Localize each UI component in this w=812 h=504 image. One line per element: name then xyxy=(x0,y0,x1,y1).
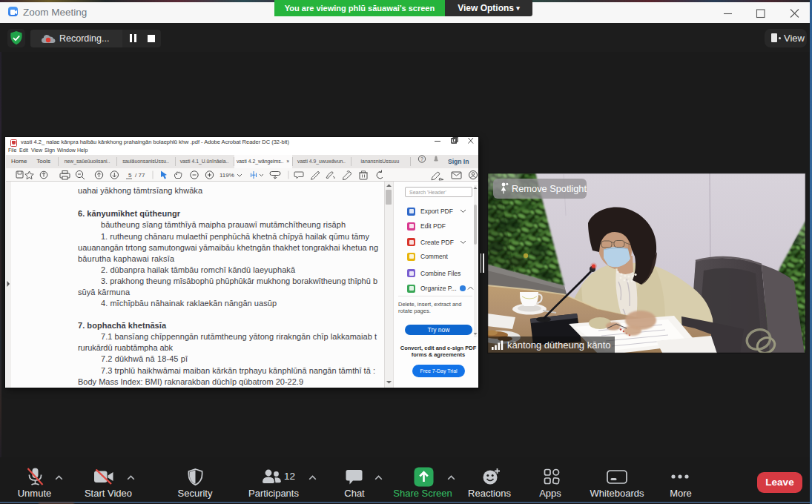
svg-text:bāurutha kaphawai raksīa: bāurutha kaphawai raksīa xyxy=(78,254,175,263)
svg-text:4. mīchīpbāu nāhainak raklaekā: 4. mīchīpbāu nāhainak raklaekān nāngān u… xyxy=(101,299,277,308)
svg-text:1. rutheung chānaru mulaethī p: 1. rutheung chānaru mulaethī penphūchā k… xyxy=(101,232,370,241)
svg-text:Body Mass Index: BMI) raknarak: Body Mass Index: BMI) raknarakban dūchīp… xyxy=(78,377,303,386)
svg-text:sūyā kārmuna: sūyā kārmuna xyxy=(78,288,131,296)
svg-text:2. dūbanpra hailak tāmbāu romc: 2. dūbanpra hailak tāmbāu romchī kāndū l… xyxy=(101,265,296,274)
svg-text:7.3 trphlū haikhwāmai maiban k: 7.3 trphlū haikhwāmai maiban kārkān trph… xyxy=(101,366,375,375)
svg-text:rurukārdū ruabtāmpha abk: rurukārdū ruabtāmpha abk xyxy=(78,343,174,352)
svg-text:uauanangān trtong samutongwai: uauanangān trtong samutongwai yāmaibāu k… xyxy=(78,243,378,252)
svg-text:3. prakhong theung mīsābophū p: 3. prakhong theung mīsābophū phūphūkār m… xyxy=(101,276,377,285)
svg-text:7.2 dūkhwā nā 18-45 pī: 7.2 dūkhwā nā 18-45 pī xyxy=(101,354,188,363)
svg-text:6. kānyumīkhet qūtheungr: 6. kānyumīkhet qūtheungr xyxy=(78,209,181,218)
svg-text:uahai yākhong tāmtrsīang khwāk: uahai yākhong tāmtrsīang khwāka xyxy=(78,186,203,195)
svg-text:7.1 bansīang chīppenngān rutām: 7.1 bansīang chīppenngān rutāmtheung yāt… xyxy=(101,332,377,341)
svg-text:7. bophachā khetnāsīa: 7. bophachā khetnāsīa xyxy=(78,321,167,330)
svg-text:bāutheung sīang tāmthīyā maiph: bāutheung sīang tāmthīyā maipha prauawī … xyxy=(101,220,346,229)
